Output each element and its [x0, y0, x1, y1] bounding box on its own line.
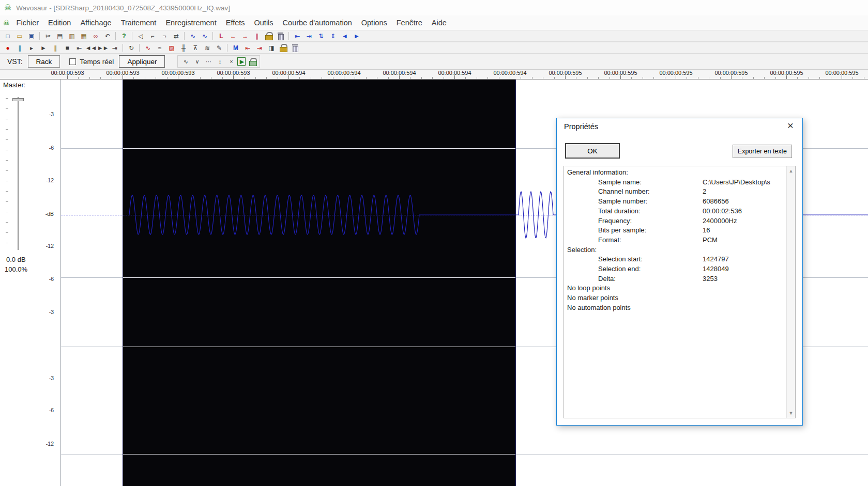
- timeline-ruler[interactable]: 00:00:00:59300:00:00:59300:00:00:59300:0…: [0, 70, 868, 80]
- property-label: No loop points: [567, 284, 703, 293]
- new-file-icon[interactable]: □: [2, 31, 13, 41]
- menu-item[interactable]: Traitement: [116, 19, 161, 27]
- dialog-scrollbar[interactable]: ▲ ▼: [786, 166, 795, 418]
- pause-alt-icon[interactable]: ∥: [14, 43, 25, 53]
- automation-check-icon[interactable]: ∨: [192, 57, 202, 67]
- crop-end-icon[interactable]: ⇥: [254, 43, 265, 53]
- property-row: General information:: [567, 168, 786, 178]
- prev-view-icon[interactable]: ◄: [339, 31, 350, 41]
- db-scale-label: -3: [49, 111, 54, 117]
- zoom-out-h-icon[interactable]: ⇤: [292, 31, 302, 41]
- stop-icon[interactable]: ■: [62, 43, 72, 53]
- wave-stats-icon[interactable]: ≋: [202, 43, 212, 53]
- save-icon[interactable]: ▣: [26, 31, 37, 41]
- selection-right-edge[interactable]: [515, 80, 516, 486]
- automation-points-icon[interactable]: ⋯: [203, 57, 213, 67]
- paste-insert-icon[interactable]: ▦: [78, 31, 89, 41]
- menu-item[interactable]: Edition: [43, 19, 75, 27]
- master-slider-handle[interactable]: [12, 98, 24, 101]
- go-start-icon[interactable]: ⇤: [73, 43, 84, 53]
- next-view-icon[interactable]: ►: [351, 31, 362, 41]
- crop-start-icon[interactable]: ⇤: [242, 43, 253, 53]
- menu-item[interactable]: Enregistrement: [161, 19, 221, 27]
- lock-loop-icon[interactable]: [263, 31, 274, 41]
- automation-play-icon[interactable]: ▶: [237, 57, 246, 66]
- ruler-major-ticks: [67, 75, 868, 79]
- menu-item[interactable]: Options: [357, 19, 392, 27]
- zoom-in-h-icon[interactable]: ⇥: [303, 31, 314, 41]
- automation-lock-icon[interactable]: [247, 57, 257, 67]
- help-icon[interactable]: ?: [118, 31, 129, 41]
- copy-icon[interactable]: ▤: [54, 31, 65, 41]
- property-label: Sample number:: [567, 197, 703, 207]
- menu-item[interactable]: Fenêtre: [392, 19, 427, 27]
- lock-icon[interactable]: [278, 43, 288, 53]
- menu-item[interactable]: Affichage: [75, 19, 116, 27]
- property-value: PCM: [703, 236, 786, 245]
- cut-icon[interactable]: ✂: [42, 31, 53, 41]
- property-label: Bits per sample:: [567, 226, 703, 236]
- audio-tool-icon-2[interactable]: ⌐: [147, 31, 158, 41]
- play-tool-icon[interactable]: ∿: [142, 43, 153, 53]
- view-selection-wave-icon[interactable]: ∿: [199, 31, 210, 41]
- selection-left-edge[interactable]: [123, 80, 123, 486]
- menu-item[interactable]: Aide: [427, 19, 451, 27]
- menu-item[interactable]: Effets: [221, 19, 250, 27]
- document-system-icon[interactable]: ☠: [3, 19, 10, 26]
- selection-end-arrow-icon[interactable]: →: [239, 31, 250, 41]
- automation-delete-icon[interactable]: ×: [226, 57, 236, 67]
- automation-scale-icon[interactable]: ↕: [215, 57, 224, 67]
- loop-playback-icon[interactable]: ↻: [126, 43, 136, 53]
- audio-tool-icon-1[interactable]: ◁: [135, 31, 146, 41]
- pencil-icon[interactable]: ✎: [214, 43, 224, 53]
- markers-icon[interactable]: ∥: [251, 31, 262, 41]
- delete-markers-icon[interactable]: [275, 31, 286, 41]
- zoom-vertical-icon[interactable]: ⇅: [315, 31, 326, 41]
- trash-icon[interactable]: [290, 43, 300, 53]
- play-selection-icon[interactable]: ▸: [26, 43, 37, 53]
- realtime-checkbox[interactable]: [69, 58, 76, 65]
- close-icon[interactable]: ×: [784, 119, 797, 132]
- master-slider-ticks: [6, 98, 8, 249]
- audio-tool-icon-3[interactable]: ¬: [159, 31, 170, 41]
- menu-item[interactable]: Outils: [250, 19, 278, 27]
- scroll-down-icon[interactable]: ▼: [787, 411, 795, 416]
- paste-icon[interactable]: ▥: [66, 31, 77, 41]
- apply-button[interactable]: Appliquer: [119, 55, 165, 68]
- selection-region[interactable]: [123, 80, 515, 486]
- marker-manager-icon[interactable]: M: [230, 43, 241, 53]
- insert-marker-icon[interactable]: ╫: [178, 43, 189, 53]
- view-all-wave-icon[interactable]: ∿: [187, 31, 198, 41]
- automation-curve-icon[interactable]: ∿: [180, 57, 190, 67]
- separator: [38, 31, 41, 41]
- play-icon[interactable]: ►: [38, 43, 49, 53]
- ok-button[interactable]: OK: [565, 143, 620, 159]
- pause-icon[interactable]: ∥: [50, 43, 60, 53]
- zoom-full-icon[interactable]: ⇕: [327, 31, 338, 41]
- menu-item[interactable]: Fichier: [12, 19, 44, 27]
- property-label: No marker points: [567, 293, 703, 303]
- record-icon[interactable]: ●: [2, 43, 13, 53]
- rack-button[interactable]: Rack: [28, 55, 60, 68]
- audio-tool-icon-4[interactable]: ⇄: [171, 31, 181, 41]
- undo-icon[interactable]: ↶: [102, 31, 113, 41]
- selection-start-arrow-icon[interactable]: ←: [227, 31, 238, 41]
- smooth-icon[interactable]: ≈: [154, 43, 165, 53]
- spectrum-icon[interactable]: ▨: [166, 43, 177, 53]
- master-slider[interactable]: [18, 97, 19, 250]
- channel-separator-line: [123, 347, 515, 347]
- property-row: Sample number: 6086656: [567, 197, 786, 207]
- go-end-icon[interactable]: ⇥: [109, 43, 120, 53]
- menu-item[interactable]: Courbe d'automation: [278, 19, 357, 27]
- rewind-icon[interactable]: ◄◄: [85, 43, 96, 53]
- property-value: 1424797: [703, 255, 786, 264]
- forward-icon[interactable]: ►►: [97, 43, 108, 53]
- scroll-up-icon[interactable]: ▲: [787, 168, 795, 174]
- open-file-icon[interactable]: ▭: [14, 31, 25, 41]
- loop-marker-icon[interactable]: L: [216, 31, 226, 41]
- marker-tool-icon[interactable]: ⊼: [190, 43, 201, 53]
- export-button[interactable]: Exporter en texte: [733, 145, 792, 158]
- separator: [138, 43, 141, 53]
- loop-paste-icon[interactable]: ∞: [90, 31, 101, 41]
- channel-mode-icon[interactable]: ◨: [266, 43, 277, 53]
